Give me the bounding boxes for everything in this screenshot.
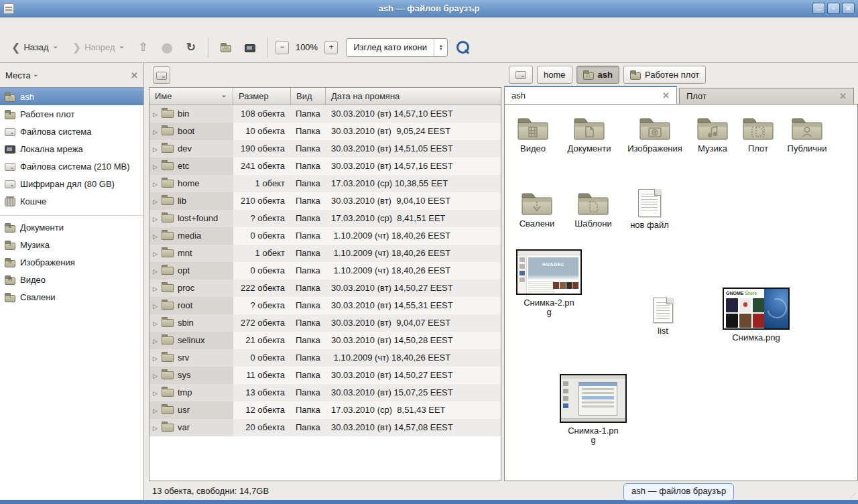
tab-plot[interactable]: Плот ✕	[679, 88, 854, 104]
icon-snapshot2[interactable]: GUADEC Снимка-2.png	[514, 249, 584, 317]
home-button[interactable]	[216, 39, 236, 56]
expander-icon[interactable]	[153, 384, 158, 401]
sidebar-place-item[interactable]: Кошче	[0, 192, 143, 210]
breadcrumb-desktop-button[interactable]: Работен плот	[623, 66, 706, 84]
back-button[interactable]: ❮ Назад	[7, 38, 64, 57]
view-mode-select[interactable]: Изглед като икони ▲▼	[346, 38, 448, 57]
table-row[interactable]: mnt 1 обект Папка 1.10.2009 (чт) 18,40,2…	[149, 245, 501, 262]
expander-icon[interactable]	[153, 419, 158, 436]
sidebar-close-icon[interactable]: ✕	[131, 70, 138, 80]
back-history-dropdown[interactable]	[52, 42, 59, 52]
maximize-button[interactable]	[827, 3, 840, 14]
sidebar-place-item[interactable]: Документи	[0, 218, 143, 236]
icon-list-file[interactable]: list	[636, 298, 690, 336]
table-row[interactable]: home 1 обект Папка 17.03.2010 (ср) 10,38…	[149, 175, 501, 192]
column-header-size[interactable]: Размер	[233, 88, 291, 105]
view-mode-spinner-icon[interactable]: ▲▼	[434, 39, 447, 56]
titlebar[interactable]: ash — файлов браузър	[0, 0, 858, 17]
expander-icon[interactable]	[153, 227, 158, 245]
menu-item[interactable]	[4, 23, 16, 26]
table-row[interactable]: selinux 21 обекта Папка 30.03.2010 (вт) …	[149, 332, 501, 349]
forward-button[interactable]: ❯ Напред	[68, 38, 130, 57]
breadcrumb-root-button[interactable]	[509, 66, 533, 84]
sidebar-place-item[interactable]	[0, 210, 143, 216]
expander-icon[interactable]	[153, 245, 158, 262]
icon-video-folder[interactable]: Видео	[505, 115, 561, 153]
table-row[interactable]: root ? обекта Папка 30.03.2010 (вт) 14,5…	[149, 297, 501, 314]
root-location-button[interactable]	[153, 66, 170, 84]
expander-icon[interactable]	[153, 158, 158, 175]
table-row[interactable]: sbin 272 обекта Папка 30.03.2010 (вт) 9,…	[149, 314, 501, 332]
zoom-out-button[interactable]: −	[275, 41, 289, 54]
sidebar-place-item[interactable]: Свалени	[0, 288, 143, 306]
table-row[interactable]: etc 241 обекта Папка 30.03.2010 (вт) 14,…	[149, 158, 501, 175]
table-row[interactable]: boot 10 обекта Папка 30.03.2010 (вт) 9,0…	[149, 123, 501, 140]
menu-item[interactable]	[40, 23, 52, 26]
breadcrumb-home-button[interactable]: home	[537, 66, 572, 84]
search-icon[interactable]	[456, 40, 471, 55]
menu-item[interactable]	[64, 23, 76, 26]
expander-icon[interactable]	[153, 105, 158, 123]
tab-ash[interactable]: ash ✕	[504, 86, 677, 104]
sidebar-place-item[interactable]: Файлова система (210 MB)	[0, 158, 143, 175]
tab-close-icon[interactable]: ✕	[839, 91, 847, 101]
expander-icon[interactable]	[153, 401, 158, 419]
table-row[interactable]: bin 108 обекта Папка 30.03.2010 (вт) 14,…	[149, 105, 501, 123]
icon-new-file[interactable]: нов файл	[621, 189, 678, 230]
menu-item[interactable]	[52, 23, 64, 26]
expander-icon[interactable]	[153, 279, 158, 297]
table-row[interactable]: media 0 обекта Папка 1.10.2009 (чт) 18,4…	[149, 227, 501, 245]
computer-button[interactable]	[240, 40, 260, 56]
up-button[interactable]	[134, 37, 153, 58]
expander-icon[interactable]	[153, 123, 158, 140]
expander-icon[interactable]	[153, 367, 158, 384]
sidebar-place-item[interactable]: ash	[0, 88, 143, 105]
resize-grip[interactable]: ⋰	[850, 492, 857, 499]
zoom-in-button[interactable]: +	[324, 41, 338, 54]
table-row[interactable]: lost+found ? обекта Папка 17.03.2010 (ср…	[149, 210, 501, 227]
column-header-name[interactable]: Име	[149, 88, 233, 105]
table-row[interactable]: tmp 13 обекта Папка 30.03.2010 (вт) 15,0…	[149, 384, 501, 401]
sidebar-place-item[interactable]: Видео	[0, 271, 143, 288]
expander-icon[interactable]	[153, 332, 158, 349]
close-button[interactable]	[842, 3, 855, 14]
expander-icon[interactable]	[153, 262, 158, 279]
breadcrumb-ash-button[interactable]: ash	[576, 66, 619, 84]
table-row[interactable]: srv 0 обекта Папка 1.10.2009 (чт) 18,40,…	[149, 349, 501, 367]
icon-documents-folder[interactable]: Документи	[561, 115, 617, 153]
reload-button[interactable]	[182, 37, 200, 58]
expander-icon[interactable]	[153, 314, 158, 332]
table-row[interactable]: lib 210 обекта Папка 30.03.2010 (вт) 9,0…	[149, 192, 501, 210]
expander-icon[interactable]	[153, 349, 158, 367]
icon-snapshot[interactable]: GNOME Store Снимка.png	[719, 288, 793, 342]
sidebar-place-item[interactable]: Музика	[0, 236, 143, 253]
menu-item[interactable]	[16, 23, 28, 26]
expander-icon[interactable]	[153, 192, 158, 210]
sidebar-place-item[interactable]: Файлова система	[0, 123, 143, 140]
icon-view[interactable]: Видео Документи Изображения Музика Плот	[504, 104, 858, 481]
sidebar-pane-select[interactable]: Места	[5, 70, 39, 80]
table-row[interactable]: dev 190 обекта Папка 30.03.2010 (вт) 14,…	[149, 140, 501, 158]
sidebar-place-item[interactable]: Шифриран дял (80 GB)	[0, 175, 143, 192]
icon-public-folder[interactable]: Публични	[779, 115, 835, 153]
column-header-type[interactable]: Вид	[291, 88, 326, 105]
stop-button[interactable]	[157, 38, 178, 57]
sidebar-place-item[interactable]: Работен плот	[0, 105, 143, 123]
sidebar-place-item[interactable]: Локална мрежа	[0, 140, 143, 158]
tab-close-icon[interactable]: ✕	[662, 90, 670, 101]
expander-icon[interactable]	[153, 210, 158, 227]
expander-icon[interactable]	[153, 175, 158, 192]
sidebar-place-item[interactable]: Изображения	[0, 253, 143, 271]
table-row[interactable]: usr 12 обекта Папка 17.03.2010 (ср) 8,51…	[149, 401, 501, 419]
expander-icon[interactable]	[153, 140, 158, 158]
menu-item[interactable]	[28, 23, 40, 26]
icon-downloads-folder[interactable]: Свалени	[509, 190, 565, 229]
icon-images-folder[interactable]: Изображения	[627, 115, 683, 153]
table-row[interactable]: var 20 обекта Папка 30.03.2010 (вт) 14,5…	[149, 419, 501, 436]
icon-snapshot1[interactable]: Снимка-1.png	[554, 374, 632, 445]
column-header-modified[interactable]: Дата на промяна	[326, 88, 501, 105]
icon-templates-folder[interactable]: Шаблони	[565, 190, 621, 229]
table-row[interactable]: opt 0 обекта Папка 1.10.2009 (чт) 18,40,…	[149, 262, 501, 279]
table-row[interactable]: proc 222 обекта Папка 30.03.2010 (вт) 14…	[149, 279, 501, 297]
icon-desktop-folder[interactable]: Плот	[730, 115, 786, 153]
